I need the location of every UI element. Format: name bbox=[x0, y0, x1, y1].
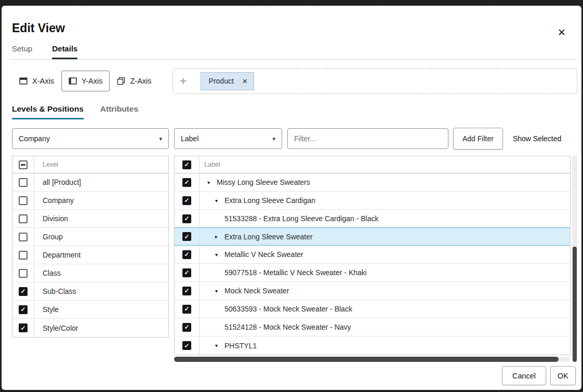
position-row-label: Missy Long Sleeve Sweaters bbox=[217, 178, 310, 186]
cancel-button[interactable]: Cancel bbox=[502, 366, 546, 385]
checkbox-icon[interactable] bbox=[182, 214, 191, 223]
positions-table-wrap: Label ▾ Missy Long Sleeve Sweaters ▾ Ext… bbox=[174, 156, 577, 362]
position-row[interactable]: ▾ Extra Long Sleeve Cardigan bbox=[175, 192, 570, 210]
checkbox-icon[interactable] bbox=[182, 250, 191, 259]
vertical-scrollbar[interactable] bbox=[572, 156, 577, 362]
z-axis-label: Z-Axis bbox=[130, 77, 151, 85]
checkbox-icon[interactable] bbox=[182, 232, 191, 241]
checkbox-cell bbox=[12, 264, 34, 282]
position-row-label: Extra Long Sleeve Sweater bbox=[224, 233, 313, 241]
expand-arrow-icon[interactable]: ▾ bbox=[215, 343, 224, 348]
level-column-header: Level bbox=[34, 161, 58, 168]
checkbox-cell bbox=[12, 282, 34, 300]
position-row[interactable]: 51533288 - Extra Long Sleeve Cardigan - … bbox=[175, 210, 570, 228]
checkbox-icon[interactable] bbox=[182, 341, 191, 350]
z-axis-button[interactable]: Z-Axis bbox=[110, 71, 158, 91]
level-row-label: Sub-Class bbox=[34, 282, 76, 300]
checkbox-icon[interactable] bbox=[19, 196, 28, 205]
y-axis-button[interactable]: Y-Axis bbox=[61, 71, 110, 91]
checkbox-icon[interactable] bbox=[19, 287, 28, 296]
level-row[interactable]: Sub-Class bbox=[12, 282, 168, 301]
expand-arrow-icon[interactable]: ▾ bbox=[215, 252, 224, 258]
expand-arrow-icon[interactable]: ▾ bbox=[215, 198, 224, 204]
positions-table-header: Label bbox=[175, 156, 570, 173]
tab-setup[interactable]: Setup bbox=[12, 44, 32, 59]
product-dimension-chip[interactable]: Product ✕ bbox=[201, 72, 254, 90]
level-row[interactable]: all [Product] bbox=[12, 173, 168, 192]
level-row[interactable]: Department bbox=[12, 246, 168, 264]
tab-attributes[interactable]: Attributes bbox=[100, 104, 138, 119]
close-icon[interactable]: ✕ bbox=[558, 28, 566, 37]
position-row[interactable]: ▾ Missy Long Sleeve Sweaters bbox=[175, 173, 570, 192]
label-column-header: Label bbox=[200, 161, 220, 168]
horizontal-scrollbar[interactable] bbox=[174, 357, 571, 362]
position-row[interactable]: ▾ Mock Neck Sweater bbox=[175, 282, 570, 300]
position-row[interactable]: 50633593 - Mock Neck Sweater - Black bbox=[175, 300, 570, 318]
checkbox-cell bbox=[175, 246, 200, 263]
checkbox-cell bbox=[175, 336, 200, 355]
checkbox-icon[interactable] bbox=[182, 268, 191, 277]
chip-remove-icon[interactable]: ✕ bbox=[242, 78, 248, 85]
level-row-label: Class bbox=[34, 264, 61, 282]
horizontal-scrollbar-thumb[interactable] bbox=[174, 357, 559, 362]
add-filter-button[interactable]: Add Filter bbox=[453, 128, 503, 150]
checkbox-cell bbox=[175, 192, 200, 209]
x-axis-label: X-Axis bbox=[32, 77, 54, 85]
vertical-scrollbar-thumb[interactable] bbox=[573, 247, 577, 362]
collapse-arrow-icon[interactable]: ▸ bbox=[215, 234, 224, 239]
chip-label: Product bbox=[209, 77, 234, 85]
checkbox-icon[interactable] bbox=[19, 178, 28, 187]
levels-table: Level all [Product] Company Division Gro… bbox=[12, 156, 169, 337]
ok-button[interactable]: OK bbox=[550, 366, 576, 385]
checkbox-cell bbox=[12, 192, 34, 209]
level-row-label: Division bbox=[34, 210, 68, 227]
checkbox-icon[interactable] bbox=[182, 323, 191, 332]
level-row[interactable]: Class bbox=[12, 264, 168, 282]
select-all-levels-checkbox[interactable] bbox=[19, 160, 28, 169]
level-row[interactable]: Style bbox=[12, 301, 168, 319]
checkbox-icon[interactable] bbox=[182, 178, 191, 187]
checkbox-cell bbox=[12, 319, 34, 337]
level-row-label: Style bbox=[34, 301, 59, 318]
position-row-label: 59077518 - Metallic V Neck Sweater - Kha… bbox=[224, 268, 367, 277]
checkbox-icon[interactable] bbox=[182, 305, 191, 314]
edit-view-dialog: Edit View ✕ Setup Details X-Axis Y-Axis bbox=[2, 6, 581, 390]
position-row[interactable]: ▾ Metallic V Neck Sweater bbox=[175, 246, 570, 264]
positions-table: Label ▾ Missy Long Sleeve Sweaters ▾ Ext… bbox=[174, 156, 571, 355]
position-row[interactable]: 51524128 - Mock Neck Sweater - Navy bbox=[175, 318, 570, 336]
position-row[interactable]: ▾ PHSTYL1 bbox=[175, 336, 570, 355]
add-dimension-icon[interactable]: + bbox=[180, 75, 187, 87]
chevron-down-icon: ▾ bbox=[159, 136, 162, 142]
expand-arrow-icon[interactable]: ▾ bbox=[207, 180, 217, 185]
label-dropdown[interactable]: Label ▾ bbox=[174, 128, 282, 149]
checkbox-icon[interactable] bbox=[182, 287, 191, 295]
tab-details[interactable]: Details bbox=[52, 44, 77, 59]
select-all-positions-checkbox[interactable] bbox=[182, 160, 191, 169]
checkbox-icon[interactable] bbox=[19, 214, 28, 223]
z-axis-icon bbox=[117, 77, 125, 85]
level-row-label: Company bbox=[34, 192, 74, 209]
checkbox-cell bbox=[12, 173, 34, 191]
checkbox-icon[interactable] bbox=[182, 196, 191, 205]
axis-dimension-dropzone[interactable]: + Product ✕ bbox=[173, 68, 577, 94]
checkbox-icon[interactable] bbox=[19, 269, 28, 278]
tab-levels-positions[interactable]: Levels & Positions bbox=[12, 104, 84, 119]
level-row[interactable]: Style/Color bbox=[12, 319, 168, 337]
show-selected-button[interactable]: Show Selected bbox=[513, 134, 561, 143]
level-row[interactable]: Company bbox=[12, 192, 168, 210]
x-axis-button[interactable]: X-Axis bbox=[12, 71, 61, 91]
level-row[interactable]: Group bbox=[12, 228, 168, 246]
level-row-label: Style/Color bbox=[34, 319, 78, 337]
level-row[interactable]: Division bbox=[12, 210, 168, 228]
checkbox-icon[interactable] bbox=[19, 251, 28, 260]
position-row[interactable]: 59077518 - Metallic V Neck Sweater - Kha… bbox=[175, 264, 570, 282]
expand-arrow-icon[interactable]: ▾ bbox=[215, 288, 224, 294]
checkbox-cell bbox=[175, 282, 200, 300]
checkbox-icon[interactable] bbox=[19, 305, 28, 314]
filter-input[interactable] bbox=[287, 128, 448, 149]
hierarchy-dropdown[interactable]: Company ▾ bbox=[12, 128, 169, 149]
position-row-label: Mock Neck Sweater bbox=[224, 287, 289, 295]
checkbox-icon[interactable] bbox=[19, 323, 28, 332]
checkbox-icon[interactable] bbox=[19, 233, 28, 241]
position-row-selected[interactable]: ▸ Extra Long Sleeve Sweater bbox=[175, 227, 570, 246]
